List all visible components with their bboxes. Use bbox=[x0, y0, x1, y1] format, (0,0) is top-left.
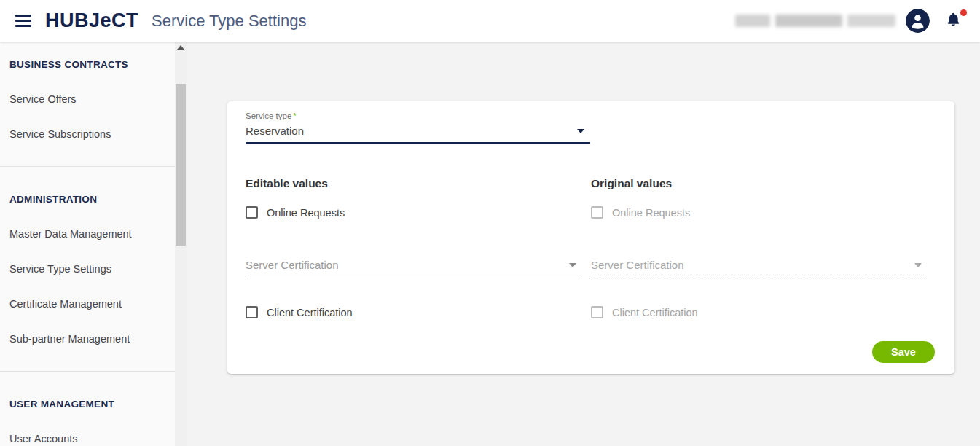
chevron-down-icon bbox=[569, 263, 576, 267]
server-certification-select[interactable]: Server Certification bbox=[246, 259, 581, 275]
sidebar-scrollbar[interactable] bbox=[175, 42, 187, 446]
scrollbar-thumb[interactable] bbox=[176, 84, 186, 246]
notification-badge bbox=[960, 9, 967, 16]
server-certification-placeholder-disabled: Server Certification bbox=[591, 259, 684, 271]
client-certification-label-disabled: Client Certification bbox=[612, 307, 698, 318]
online-requests-label: Online Requests bbox=[267, 207, 345, 219]
sidebar-divider bbox=[0, 166, 175, 167]
editable-values-heading: Editable values bbox=[246, 177, 581, 190]
sidebar-item-master-data-management[interactable]: Master Data Management bbox=[0, 216, 175, 251]
page-title: Service Type Settings bbox=[152, 12, 306, 31]
online-requests-checkbox-disabled bbox=[591, 206, 603, 219]
sidebar-item-service-offers[interactable]: Service Offers bbox=[0, 82, 175, 117]
online-requests-checkbox[interactable] bbox=[246, 206, 258, 219]
sidebar-item-service-type-settings[interactable]: Service Type Settings bbox=[0, 251, 175, 286]
sidebar-heading-user-management: USER MANAGEMENT bbox=[9, 399, 114, 410]
notification-bell-icon[interactable] bbox=[946, 10, 961, 31]
sidebar-item-user-accounts[interactable]: User Accounts bbox=[0, 421, 175, 446]
sidebar-item-certificate-management[interactable]: Certificate Management bbox=[0, 286, 175, 321]
server-certification-placeholder: Server Certification bbox=[246, 259, 339, 271]
chevron-down-icon bbox=[577, 129, 584, 133]
sidebar-heading-administration: ADMINISTRATION bbox=[9, 194, 97, 205]
sidebar-heading-business-contracts: BUSINESS CONTRACTS bbox=[9, 59, 128, 70]
client-certification-checkbox-row[interactable]: Client Certification bbox=[246, 306, 581, 318]
service-type-selected-value: Reservation bbox=[246, 125, 304, 137]
user-name-redacted bbox=[730, 15, 895, 27]
client-certification-label: Client Certification bbox=[267, 307, 353, 318]
original-values-heading: Original values bbox=[591, 177, 926, 190]
service-type-label: Service type* bbox=[246, 112, 926, 120]
chevron-down-icon bbox=[914, 263, 922, 267]
client-certification-checkbox-row-disabled: Client Certification bbox=[591, 306, 926, 318]
header-right bbox=[730, 9, 968, 33]
hamburger-menu-icon[interactable] bbox=[15, 12, 31, 30]
client-certification-checkbox[interactable] bbox=[246, 306, 258, 318]
original-values-column: Original values Online Requests Server C… bbox=[591, 177, 926, 318]
server-certification-select-disabled: Server Certification bbox=[591, 259, 926, 275]
online-requests-label-disabled: Online Requests bbox=[612, 207, 690, 219]
sidebar: BUSINESS CONTRACTS Service Offers Servic… bbox=[0, 42, 187, 446]
app-header: HUBJeCT Service Type Settings bbox=[0, 0, 980, 42]
sidebar-item-service-subscriptions[interactable]: Service Subscriptions bbox=[0, 117, 175, 152]
online-requests-checkbox-row-disabled: Online Requests bbox=[591, 206, 926, 219]
main-content: Service type* Reservation Editable value… bbox=[187, 42, 980, 446]
service-type-select[interactable]: Reservation bbox=[246, 123, 590, 144]
client-certification-checkbox-disabled bbox=[591, 306, 603, 318]
user-avatar-icon[interactable] bbox=[906, 9, 930, 33]
service-type-settings-card: Service type* Reservation Editable value… bbox=[227, 101, 954, 374]
sidebar-item-sub-partner-management[interactable]: Sub-partner Management bbox=[0, 321, 175, 356]
editable-values-column: Editable values Online Requests Server C… bbox=[246, 177, 581, 318]
brand-logo: HUBJeCT bbox=[45, 9, 138, 32]
scrollbar-up-arrow-icon[interactable] bbox=[177, 45, 184, 50]
required-marker: * bbox=[293, 112, 296, 120]
online-requests-checkbox-row[interactable]: Online Requests bbox=[246, 206, 581, 219]
sidebar-divider bbox=[0, 371, 175, 372]
save-button[interactable]: Save bbox=[872, 341, 935, 363]
